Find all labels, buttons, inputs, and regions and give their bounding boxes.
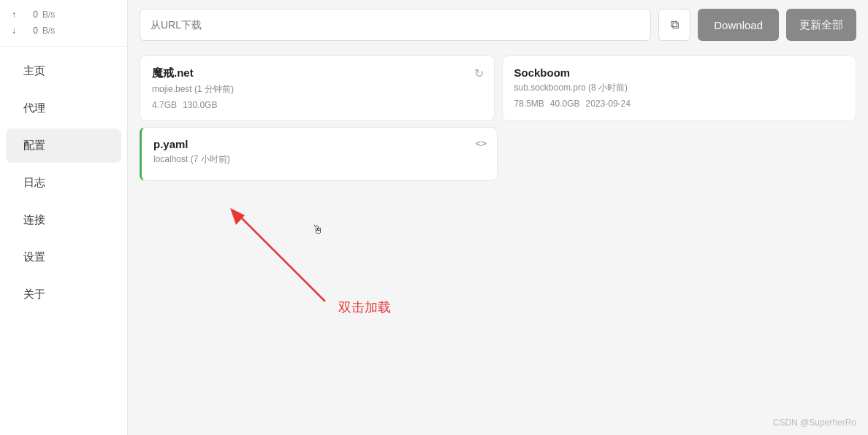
card-sockboom-title: Sockboom <box>514 66 845 79</box>
card-sockboom-meta3: 2023-09-24 <box>586 99 631 109</box>
sidebar-item-log[interactable]: 日志 <box>6 166 121 200</box>
card-mojie[interactable]: 魔戒.net mojie.best (1 分钟前) 4.7GB 130.0GB … <box>140 55 495 121</box>
update-all-button[interactable]: 更新全部 <box>786 9 856 41</box>
card-sockboom[interactable]: Sockboom sub.sockboom.pro (8 小时前) 78.5MB… <box>502 55 857 121</box>
svg-line-1 <box>237 214 325 301</box>
card-mojie-meta2: 130.0GB <box>183 100 217 110</box>
copy-button[interactable]: ⧉ <box>658 9 690 41</box>
card-pyaml[interactable]: p.yaml localhost (7 小时前) <> <box>140 127 498 181</box>
sidebar-item-about[interactable]: 关于 <box>6 277 121 312</box>
card-sockboom-subtitle: sub.sockboom.pro (8 小时前) <box>514 82 845 94</box>
download-value: 0 <box>23 23 38 39</box>
sidebar-item-proxy[interactable]: 代理 <box>6 91 121 126</box>
sidebar-item-connections[interactable]: 连接 <box>6 203 121 237</box>
annotation-arrow-svg <box>172 170 406 331</box>
sidebar-item-settings[interactable]: 设置 <box>6 240 121 274</box>
card-sockboom-meta1: 78.5MB <box>514 99 544 109</box>
card-sockboom-meta2: 40.0GB <box>550 99 580 109</box>
url-input-wrap[interactable] <box>140 9 651 41</box>
upload-stat: ↑ 0 B/s <box>12 7 115 23</box>
sidebar-item-config[interactable]: 配置 <box>6 128 121 163</box>
annotation: 双击加载 <box>172 170 406 331</box>
card-sockboom-meta: 78.5MB 40.0GB 2023-09-24 <box>514 99 845 109</box>
cards-row-1: 魔戒.net mojie.best (1 分钟前) 4.7GB 130.0GB … <box>140 55 856 121</box>
sidebar-stats: ↑ 0 B/s ↓ 0 B/s <box>0 0 127 47</box>
svg-marker-2 <box>230 208 245 225</box>
sidebar-item-home[interactable]: 主页 <box>6 54 121 88</box>
card-mojie-meta: 4.7GB 130.0GB <box>152 100 482 110</box>
card-mojie-title: 魔戒.net <box>152 66 482 80</box>
card-pyaml-code-icon[interactable]: <> <box>476 138 487 149</box>
cards-row-2: p.yaml localhost (7 小时前) <> <box>140 127 856 181</box>
sidebar-nav: 主页 代理 配置 日志 连接 设置 关于 <box>0 47 127 435</box>
upload-unit: B/s <box>42 7 55 23</box>
upload-value: 0 <box>23 7 38 23</box>
copy-icon: ⧉ <box>671 18 679 31</box>
cursor-icon: 🖱 <box>312 223 324 236</box>
card-pyaml-subtitle: localhost (7 小时前) <box>153 153 485 166</box>
download-unit: B/s <box>42 23 55 39</box>
main-content: ⧉ Download 更新全部 魔戒.net mojie.best (1 分钟前… <box>128 0 868 435</box>
cards-area: 魔戒.net mojie.best (1 分钟前) 4.7GB 130.0GB … <box>128 50 868 435</box>
toolbar: ⧉ Download 更新全部 <box>128 0 868 50</box>
card-mojie-subtitle: mojie.best (1 分钟前) <box>152 83 482 96</box>
download-button[interactable]: Download <box>698 9 779 41</box>
sidebar: ↑ 0 B/s ↓ 0 B/s 主页 代理 配置 日志 连接 设置 关于 <box>0 0 128 435</box>
watermark: CSDN @SuperherRo <box>773 417 856 428</box>
url-input[interactable] <box>151 19 640 31</box>
download-stat: ↓ 0 B/s <box>12 23 115 39</box>
card-pyaml-title: p.yaml <box>153 138 485 150</box>
card-mojie-meta1: 4.7GB <box>152 100 177 110</box>
download-arrow-icon: ↓ <box>12 23 19 39</box>
upload-arrow-icon: ↑ <box>12 7 19 23</box>
annotation-text: 双击加载 <box>338 299 391 316</box>
card-mojie-refresh-icon[interactable]: ↻ <box>474 66 484 80</box>
